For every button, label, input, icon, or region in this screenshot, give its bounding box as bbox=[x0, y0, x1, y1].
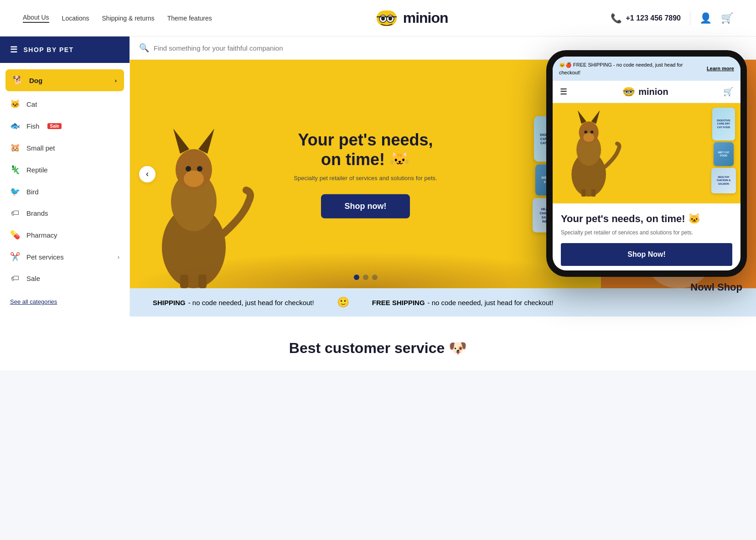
cart-icon[interactable]: 🛒 bbox=[721, 12, 733, 24]
sidebar-item-label-pharmacy: Pharmacy bbox=[26, 231, 57, 239]
svg-point-24 bbox=[626, 91, 628, 93]
phone-dog-visual bbox=[557, 105, 630, 198]
nav-theme-features[interactable]: Theme features bbox=[167, 15, 212, 22]
phone-logo-text: minion bbox=[638, 87, 668, 97]
smiley-icon: 🙂 bbox=[337, 296, 349, 308]
sale-badge: Sale bbox=[47, 123, 62, 129]
banner-title: Your pet's needs, on time! 🐱 bbox=[288, 130, 443, 169]
nav-about-us[interactable]: About Us bbox=[23, 14, 49, 23]
sidebar-items-list: 🐕 Dog › 🐱 Cat 🐟 Fish Sale 🐹 Small pet bbox=[0, 63, 129, 294]
right-content: 🔍 bbox=[130, 36, 756, 317]
sidebar-header: ☰ SHOP BY PET bbox=[0, 36, 129, 63]
sidebar-item-brands[interactable]: 🏷 Brands bbox=[0, 202, 129, 224]
svg-point-33 bbox=[584, 130, 587, 133]
sidebar-item-sale[interactable]: 🏷 Sale bbox=[0, 268, 129, 289]
nav-shipping-returns[interactable]: Shipping & returns bbox=[102, 15, 155, 22]
svg-marker-30 bbox=[578, 110, 586, 124]
see-all-categories[interactable]: See all categories bbox=[0, 294, 129, 317]
logo[interactable]: minion bbox=[375, 9, 448, 28]
sidebar-item-cat[interactable]: 🐱 Cat bbox=[0, 93, 129, 115]
dot-2[interactable] bbox=[363, 275, 368, 280]
shipping-text-2: - no code needed, just head for checkout… bbox=[428, 299, 554, 306]
phone-icon: 📞 bbox=[611, 13, 622, 24]
user-icon[interactable]: 👤 bbox=[699, 12, 712, 24]
reptile-icon: 🦎 bbox=[10, 165, 20, 175]
svg-rect-36 bbox=[591, 189, 596, 197]
menu-icon: ☰ bbox=[10, 45, 18, 55]
sidebar-item-fish[interactable]: 🐟 Fish Sale bbox=[0, 115, 129, 137]
svg-point-12 bbox=[186, 166, 191, 171]
cat-icon: 🐱 bbox=[10, 99, 20, 109]
phone-shop-now-button[interactable]: Shop Now! bbox=[561, 243, 732, 266]
see-all-link[interactable]: See all categories bbox=[10, 298, 57, 305]
vertical-divider bbox=[690, 11, 690, 25]
phone-number: +1 123 456 7890 bbox=[626, 14, 681, 22]
banner-subtitle: Specialty pet retailer of services and s… bbox=[288, 175, 443, 182]
sidebar-item-label-pet-services: Pet services bbox=[26, 253, 64, 261]
phone-product-bags: DIGESTIVE CARE DRY CAT FOOD WET CAT FOOD… bbox=[711, 108, 736, 193]
search-icon: 🔍 bbox=[139, 43, 149, 53]
pharmacy-icon: 💊 bbox=[10, 230, 20, 240]
svg-point-34 bbox=[590, 130, 593, 133]
sidebar-item-label-reptile: Reptile bbox=[26, 166, 48, 174]
sidebar-item-dog[interactable]: 🐕 Dog › bbox=[5, 69, 124, 91]
shipping-bold-1: SHIPPING bbox=[153, 299, 186, 306]
svg-marker-9 bbox=[173, 129, 189, 154]
brands-icon: 🏷 bbox=[10, 208, 20, 218]
small-pet-icon: 🐹 bbox=[10, 143, 20, 153]
phone-logo-icon bbox=[622, 86, 636, 97]
bottom-section: Best customer service 🐶 bbox=[0, 317, 756, 370]
phone-display: 📞 +1 123 456 7890 bbox=[611, 13, 681, 24]
sidebar-item-label-small-pet: Small pet bbox=[26, 144, 55, 152]
logo-icon bbox=[375, 9, 399, 28]
header-nav: About Us Locations Shipping & returns Th… bbox=[23, 14, 212, 23]
shipping-item-2: FREE SHIPPING - no code needed, just hea… bbox=[372, 299, 554, 306]
banner-dots bbox=[354, 275, 378, 280]
nav-locations[interactable]: Locations bbox=[62, 15, 89, 22]
svg-point-11 bbox=[184, 171, 204, 187]
pet-services-icon: ✂️ bbox=[10, 252, 20, 262]
sidebar-item-label-bird: Bird bbox=[26, 188, 39, 196]
fish-icon: 🐟 bbox=[10, 121, 20, 131]
phone-banner-title: Your pet's needs, on time! 🐱 bbox=[561, 213, 732, 226]
shop-now-button[interactable]: Shop now! bbox=[321, 194, 410, 218]
phone-banner-subtitle: Specialty pet retailer of services and s… bbox=[561, 229, 732, 236]
svg-point-25 bbox=[630, 91, 632, 93]
phone-learn-more[interactable]: Learn more bbox=[707, 65, 734, 73]
banner-prev-button[interactable]: ‹ bbox=[139, 166, 155, 182]
dot-1[interactable] bbox=[354, 275, 359, 280]
main-banner: DIGESTIVE CARE DRY CAT FOOD WET CAT FOOD… bbox=[130, 60, 601, 288]
main-content: ☰ SHOP BY PET 🐕 Dog › 🐱 Cat 🐟 Fish Sale bbox=[0, 36, 756, 317]
sidebar-item-label-cat: Cat bbox=[26, 100, 37, 108]
svg-point-3 bbox=[381, 17, 385, 21]
dot-3[interactable] bbox=[372, 275, 378, 280]
sidebar-item-label-sale: Sale bbox=[26, 275, 40, 282]
phone-navbar: ☰ minion bbox=[553, 81, 740, 103]
phone-logo[interactable]: minion bbox=[622, 86, 668, 97]
sidebar-item-label-dog: Dog bbox=[29, 77, 42, 84]
kibble-pile bbox=[130, 252, 601, 288]
sidebar-item-bird[interactable]: 🐦 Bird bbox=[0, 181, 129, 202]
phone-shipping-text: 🐱🍎 FREE SHIPPING - no code needed, just … bbox=[559, 61, 704, 76]
now-shop-label: Nowl Shop bbox=[546, 281, 747, 293]
dog-chevron-icon: › bbox=[115, 77, 117, 84]
header-right: 📞 +1 123 456 7890 👤 🛒 bbox=[611, 11, 733, 25]
svg-point-4 bbox=[388, 17, 392, 21]
phone-cart-icon[interactable]: 🛒 bbox=[723, 87, 733, 97]
sidebar-item-reptile[interactable]: 🦎 Reptile bbox=[0, 159, 129, 181]
phone-frame: 🐱🍎 FREE SHIPPING - no code needed, just … bbox=[546, 50, 747, 277]
sale-icon: 🏷 bbox=[10, 274, 20, 283]
svg-point-13 bbox=[197, 166, 202, 171]
sidebar-item-pet-services[interactable]: ✂️ Pet services › bbox=[0, 246, 129, 268]
dog-icon: 🐕 bbox=[13, 75, 23, 85]
phone-menu-icon[interactable]: ☰ bbox=[560, 87, 567, 97]
sidebar-item-pharmacy[interactable]: 💊 Pharmacy bbox=[0, 224, 129, 246]
shipping-bold-2: FREE SHIPPING bbox=[372, 299, 425, 306]
sidebar-item-label-fish: Fish bbox=[26, 122, 39, 130]
shipping-text-1: - no code needed, just head for checkout… bbox=[188, 299, 314, 306]
sidebar-item-small-pet[interactable]: 🐹 Small pet bbox=[0, 137, 129, 159]
sidebar-title: SHOP BY PET bbox=[24, 46, 74, 53]
banner-text-overlay: Your pet's needs, on time! 🐱 Specialty p… bbox=[288, 130, 443, 218]
phone-dog-svg bbox=[557, 105, 630, 197]
phone-screen: 🐱🍎 FREE SHIPPING - no code needed, just … bbox=[553, 57, 740, 270]
